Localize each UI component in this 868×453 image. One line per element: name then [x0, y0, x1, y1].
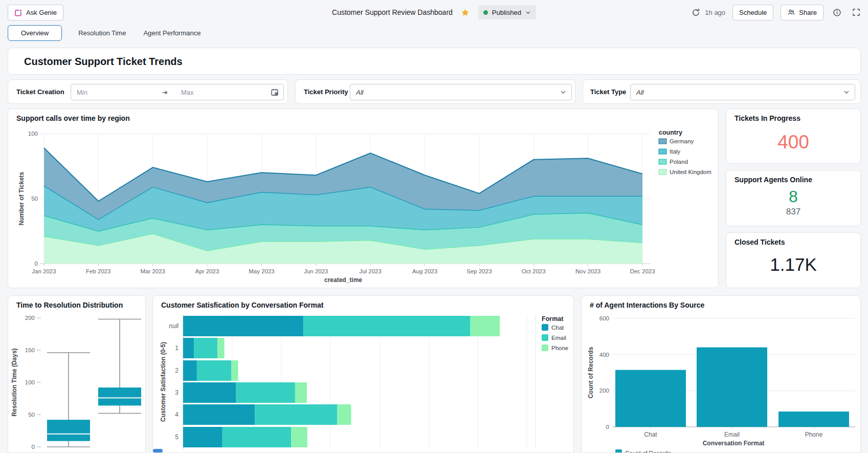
publish-status-dropdown[interactable]: Published [478, 5, 536, 19]
svg-text:Count of Records: Count of Records [587, 347, 594, 398]
chevron-down-icon [560, 89, 566, 95]
svg-text:May 2023: May 2023 [249, 268, 275, 274]
dashboard-tabs: Overview Resolution Time Agent Performan… [8, 25, 202, 41]
support-calls-chart-card: Support calls over time by region 050100… [8, 109, 719, 288]
bar-5-Email [222, 427, 291, 447]
date-range-input[interactable]: Min ➔ Max [71, 84, 284, 100]
svg-text:Apr 2023: Apr 2023 [195, 268, 219, 274]
svg-text:Email: Email [551, 335, 566, 341]
bar-4-Phone [337, 404, 351, 425]
bar-4-Chat [183, 404, 255, 425]
svg-text:Phone: Phone [551, 345, 568, 351]
bar-1-Chat [183, 338, 194, 358]
svg-text:Nov 2023: Nov 2023 [575, 268, 600, 274]
satisfaction-chart-title: Customer Satisfication by Conversation F… [161, 301, 323, 309]
date-min-placeholder[interactable]: Min [77, 89, 87, 96]
bar-3-Phone [295, 382, 307, 403]
info-icon[interactable] [831, 6, 843, 18]
svg-text:Number of Tickets: Number of Tickets [18, 171, 25, 225]
svg-text:Mar 2023: Mar 2023 [140, 268, 165, 274]
svg-text:null: null [169, 322, 179, 330]
svg-text:3: 3 [175, 389, 179, 396]
bar-5-Chat [183, 427, 222, 447]
header-right: 1h ago Schedule Share [689, 0, 862, 25]
legend-swatch-Phone [542, 344, 548, 351]
share-people-icon [787, 8, 795, 16]
favorite-star-icon[interactable] [459, 6, 472, 18]
bar-3-Email [236, 382, 295, 403]
horizontal-scrollbar-thumb[interactable] [153, 449, 163, 452]
ask-genie-button[interactable]: Ask Genie [8, 5, 63, 20]
svg-text:Germany: Germany [670, 138, 694, 144]
tab-overview-label: Overview [21, 29, 49, 37]
resolution-box-plot: 050100150200Resolution Time (Days) [8, 296, 146, 453]
svg-text:Format: Format [542, 315, 564, 322]
svg-text:created_time: created_time [324, 276, 362, 284]
svg-text:100: 100 [25, 379, 35, 385]
share-label: Share [799, 9, 817, 16]
ticket-priority-select[interactable]: All [350, 84, 572, 100]
kpi-tickets-in-progress: Tickets In Progress 400 [726, 109, 861, 164]
svg-text:Chat: Chat [551, 325, 564, 331]
tab-agent-performance[interactable]: Agent Performance [142, 26, 202, 40]
kpi-closed-tickets: Closed Tickets 1.17K [726, 232, 861, 288]
tab-resolution-time[interactable]: Resolution Time [77, 26, 127, 40]
share-button[interactable]: Share [781, 5, 824, 20]
interactions-chart-title: # of Agent Interactions By Source [590, 301, 704, 309]
svg-text:200: 200 [599, 387, 609, 394]
bar-null-Chat [183, 316, 303, 336]
svg-text:0: 0 [606, 424, 609, 430]
filter-ticket-priority: Ticket Priority All [295, 79, 575, 104]
dashboard-title: Customer Support Review Dashboard [332, 8, 453, 16]
svg-text:2: 2 [175, 367, 179, 374]
svg-text:50: 50 [28, 412, 35, 418]
svg-text:150: 150 [25, 347, 35, 353]
svg-text:Aug 2023: Aug 2023 [412, 268, 437, 274]
svg-text:Dec 2023: Dec 2023 [630, 268, 655, 274]
ticket-type-select[interactable]: All [630, 84, 855, 100]
tab-overview[interactable]: Overview [8, 25, 62, 41]
bar-3-Chat [183, 382, 236, 403]
dashboard-app: Ask Genie Customer Support Review Dashbo… [0, 0, 868, 453]
svg-text:0: 0 [35, 261, 38, 267]
bar-4-Email [255, 404, 337, 425]
resolution-box-title: Time to Resolution Distribution [16, 301, 123, 309]
page-title: Customer Support Ticket Trends [24, 55, 183, 67]
publish-status-label: Published [492, 9, 521, 16]
calendar-clock-icon[interactable] [271, 88, 279, 96]
fullscreen-icon[interactable] [850, 6, 862, 18]
chevron-down-icon [525, 10, 531, 15]
kpi-support-agents-online: Support Agents Online 8 837 [726, 170, 861, 226]
filter-ticket-creation: Ticket Creation Min ➔ Max [8, 79, 288, 104]
refresh-icon[interactable] [689, 6, 702, 18]
interactions-chart-card: # of Agent Interactions By Source 020040… [581, 295, 861, 453]
ticket-type-label: Ticket Type [590, 88, 626, 96]
svg-text:4: 4 [175, 411, 179, 418]
support-calls-chart-title: Support calls over time by region [16, 114, 130, 122]
svg-text:Oct 2023: Oct 2023 [522, 268, 546, 274]
bar-2-Chat [183, 360, 197, 381]
satisfaction-stacked-bar-chart: null12345Customer Satisfaction (0-5)Form… [153, 296, 574, 453]
legend-swatch-Germany [659, 139, 666, 144]
kpi-value: 1.17K [726, 254, 860, 275]
svg-text:600: 600 [599, 315, 609, 321]
date-max-placeholder[interactable]: Max [181, 89, 194, 96]
genie-icon [14, 9, 23, 17]
kpi-title: Support Agents Online [735, 176, 812, 184]
kpi-secondary-value: 837 [726, 207, 860, 217]
schedule-button[interactable]: Schedule [732, 5, 773, 20]
bar-5-Phone [291, 427, 307, 447]
bar-1-Email [194, 338, 217, 358]
kpi-title: Closed Tickets [735, 238, 785, 246]
svg-text:400: 400 [599, 352, 609, 358]
ticket-creation-label: Ticket Creation [16, 88, 64, 96]
filter-ticket-type: Ticket Type All [583, 79, 861, 104]
legend-swatch-count [615, 449, 622, 453]
ticket-type-value: All [636, 89, 643, 96]
svg-text:United Kingdom: United Kingdom [670, 169, 711, 175]
published-dot [483, 10, 488, 15]
box-1 [98, 387, 141, 405]
bar-Email [697, 348, 767, 427]
bar-null-Phone [471, 316, 500, 336]
box-0 [47, 420, 90, 441]
